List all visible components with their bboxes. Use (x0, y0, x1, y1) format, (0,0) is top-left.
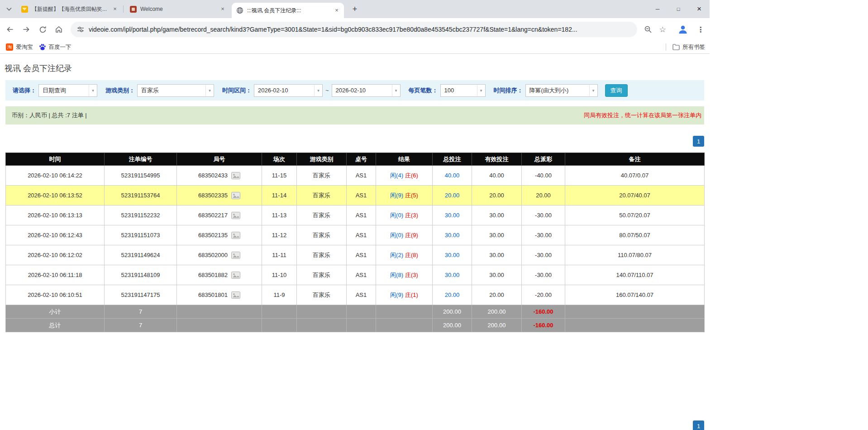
total-total-bet: 200.00 (433, 319, 472, 332)
subtotal-payout: -160.00 (522, 305, 565, 319)
filter-bar: 请选择： 日期查询 ▾ 游戏类别： 百家乐 ▾ 时间区间： 2026-02-10… (5, 80, 704, 100)
chevron-down-icon: ▾ (205, 85, 214, 96)
total-label: 总计 (6, 319, 105, 332)
reload-icon[interactable] (36, 23, 49, 36)
result-player: 闲(9) (390, 291, 403, 298)
total-bet-link[interactable]: 30.00 (445, 272, 460, 278)
table-row[interactable]: 2026-02-10 06:12:02 523191149624 6835020… (6, 245, 705, 265)
table-header-row: 时间 注单编号 局号 场次 游戏类别 桌号 结果 总投注 有效投注 总派彩 备注 (6, 153, 705, 166)
cell-bet-id: 523191148109 (105, 265, 177, 285)
total-bet-link[interactable]: 30.00 (445, 212, 460, 219)
pagination-page-1-top[interactable]: 1 (693, 136, 704, 147)
cell-bet-id: 523191154995 (105, 166, 177, 186)
window-controls: ─ □ × (647, 0, 710, 18)
result-player: 闲(2) (390, 252, 403, 258)
url-text: videoie.com/ipl/portal.php/game/betrecor… (89, 26, 631, 33)
search-button[interactable]: 查询 (605, 84, 628, 97)
cell-total-bet: 20.00 (433, 285, 472, 305)
cell-table: AS1 (347, 265, 376, 285)
round-result-image-icon[interactable] (231, 272, 240, 279)
col-table: 桌号 (347, 153, 376, 166)
back-icon[interactable] (4, 23, 16, 36)
cell-note: 50.07/20.07 (565, 205, 705, 225)
cell-valid-bet: 30.00 (472, 225, 522, 245)
col-result: 结果 (376, 153, 433, 166)
cell-session: 11-9 (262, 285, 297, 305)
cell-bet-id: 523191147175 (105, 285, 177, 305)
total-bet-link[interactable]: 20.00 (445, 291, 460, 298)
cell-session: 11-13 (262, 205, 297, 225)
total-bet-link[interactable]: 30.00 (445, 252, 460, 258)
chevron-down-icon: ▾ (314, 85, 322, 96)
tab-close-icon[interactable]: × (219, 5, 226, 13)
minimize-button[interactable]: ─ (647, 0, 668, 18)
address-bar[interactable]: videoie.com/ipl/portal.php/game/betrecor… (71, 22, 637, 37)
cell-bet-id: 523191152232 (105, 205, 177, 225)
result-player: 闲(0) (390, 232, 403, 239)
cell-table: AS1 (347, 186, 376, 205)
cell-valid-bet: 40.00 (472, 166, 522, 186)
close-button[interactable]: × (689, 0, 710, 18)
cell-round: 683501882 (177, 265, 262, 285)
query-type-select[interactable]: 日期查询 ▾ (38, 84, 97, 97)
cell-valid-bet: 30.00 (472, 245, 522, 265)
tab-close-icon[interactable]: × (333, 7, 340, 14)
result-player: 闲(8) (390, 272, 403, 278)
table-row[interactable]: 2026-02-10 06:14:22 523191154995 6835024… (6, 166, 705, 186)
table-row[interactable]: 2026-02-10 06:11:18 523191148109 6835018… (6, 265, 705, 285)
col-round: 局号 (177, 153, 262, 166)
site-settings-icon[interactable] (77, 26, 84, 33)
table-row-highlighted[interactable]: 2026-02-10 06:13:52 523191153764 6835023… (6, 186, 705, 205)
game-type-select[interactable]: 百家乐 ▾ (137, 84, 214, 97)
round-result-image-icon[interactable] (231, 172, 240, 179)
round-result-image-icon[interactable] (231, 232, 240, 239)
total-bet-link[interactable]: 20.00 (445, 192, 460, 199)
cell-game: 百家乐 (297, 265, 347, 285)
cell-round: 683502335 (177, 186, 262, 205)
browser-menu-icon[interactable]: ⋮ (696, 25, 705, 34)
round-number: 683502000 (198, 252, 228, 258)
round-result-image-icon[interactable] (231, 252, 240, 259)
date-from-input[interactable]: 2026-02-10 ▾ (254, 84, 323, 97)
total-bet-link[interactable]: 40.00 (445, 172, 460, 179)
bookmarks-divider (666, 43, 666, 51)
bookmark-baidu[interactable]: 百度一下 (39, 43, 72, 51)
browser-tab-forum[interactable]: 【新提醒】【海燕优质回帖奖... × (16, 0, 122, 18)
cell-time: 2026-02-10 06:11:18 (6, 265, 105, 285)
cell-round: 683502135 (177, 225, 262, 245)
table-row[interactable]: 2026-02-10 06:13:13 523191152232 6835022… (6, 205, 705, 225)
cell-round: 683502217 (177, 205, 262, 225)
total-bet-link[interactable]: 30.00 (445, 232, 460, 239)
bookmark-taobao[interactable]: 淘 爱淘宝 (6, 43, 33, 51)
round-result-image-icon[interactable] (231, 192, 240, 199)
cell-result: 闲(4)庄(6) (376, 166, 433, 186)
browser-tab-betrecord-active[interactable]: :::视讯 会员下注纪录::: × (232, 3, 344, 18)
cell-game: 百家乐 (297, 285, 347, 305)
bookmark-star-icon[interactable]: ☆ (658, 25, 667, 34)
sort-select[interactable]: 降冪(由大到小) ▾ (525, 84, 598, 97)
result-banker: 庄(6) (405, 172, 418, 179)
new-tab-button[interactable]: + (349, 4, 360, 14)
forward-icon[interactable] (20, 23, 33, 36)
pagination-page-1-bottom[interactable]: 1 (693, 420, 704, 430)
col-session: 场次 (262, 153, 297, 166)
profile-avatar-icon[interactable] (677, 24, 689, 35)
round-result-image-icon[interactable] (231, 291, 240, 299)
tab-search-chevron-icon[interactable] (4, 4, 14, 14)
cell-session: 11-14 (262, 186, 297, 205)
all-bookmarks[interactable]: 所有书签 (666, 43, 705, 51)
round-number: 683502433 (198, 172, 228, 179)
cell-valid-bet: 20.00 (472, 186, 522, 205)
browser-tab-welcome[interactable]: Welcome × (125, 0, 230, 18)
page-size-select[interactable]: 100 ▾ (440, 84, 486, 97)
table-row[interactable]: 2026-02-10 06:10:51 523191147175 6835018… (6, 285, 705, 305)
chevron-down-icon: ▾ (477, 85, 485, 96)
tab-close-icon[interactable]: × (111, 5, 119, 13)
maximize-button[interactable]: □ (668, 0, 689, 18)
zoom-icon[interactable] (644, 25, 653, 33)
table-row[interactable]: 2026-02-10 06:12:43 523191151073 6835021… (6, 225, 705, 245)
home-icon[interactable] (52, 23, 65, 36)
date-to-input[interactable]: 2026-02-10 ▾ (332, 84, 401, 97)
bookmark-label: 爱淘宝 (16, 43, 33, 51)
round-result-image-icon[interactable] (231, 212, 240, 219)
